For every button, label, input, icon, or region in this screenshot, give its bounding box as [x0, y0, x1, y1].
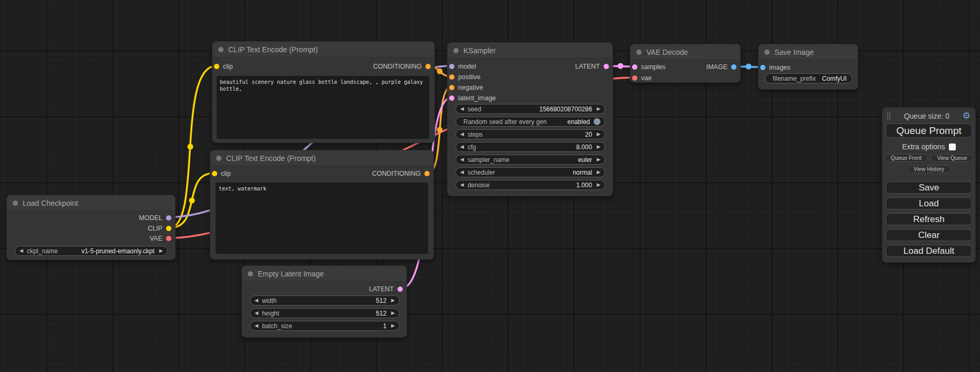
clear-button[interactable]: Clear [886, 229, 972, 241]
increment-arrow-icon[interactable]: ▶ [597, 170, 600, 175]
queue-size-label: Queue size: 0 [891, 112, 963, 120]
model-output-port[interactable] [166, 215, 171, 221]
decrement-arrow-icon[interactable]: ◀ [255, 323, 258, 328]
widget-label: height [262, 310, 279, 317]
increment-arrow-icon[interactable]: ▶ [391, 311, 395, 316]
collapse-dot-icon[interactable] [248, 271, 253, 276]
decrement-arrow-icon[interactable]: ◀ [20, 249, 23, 253]
increment-arrow-icon[interactable]: ▶ [597, 145, 600, 149]
clip-output-port[interactable] [166, 226, 171, 231]
widget-label: batch_size [262, 322, 292, 330]
node-save-image[interactable]: Save Image images filename_prefix ComfyU… [758, 44, 858, 90]
latent-input-port[interactable] [449, 96, 454, 101]
conditioning-input-port[interactable] [449, 85, 454, 90]
decrement-arrow-icon[interactable]: ◀ [255, 311, 258, 316]
queue-prompt-button[interactable]: Queue Prompt [886, 123, 972, 138]
decrement-arrow-icon[interactable]: ◀ [255, 298, 258, 303]
node-load-checkpoint[interactable]: Load Checkpoint MODEL CLIP VAE ◀ ckpt_na… [6, 195, 176, 260]
load-default-button[interactable]: Load Default [886, 245, 972, 257]
conditioning-input-port[interactable] [449, 74, 454, 80]
node-empty-latent-image[interactable]: Empty Latent Image LATENT ◀ width 512 ▶ … [241, 265, 407, 338]
batch-size-number-widget[interactable]: ◀ batch_size 1 ▶ [250, 321, 400, 331]
conditioning-output-port[interactable] [424, 171, 430, 176]
collapse-dot-icon[interactable] [764, 50, 770, 55]
decrement-arrow-icon[interactable]: ◀ [460, 107, 464, 111]
cfg-number-widget[interactable]: ◀ cfg 8.000 ▶ [455, 142, 605, 152]
collapse-dot-icon[interactable] [13, 201, 18, 206]
node-title-bar[interactable]: KSampler [448, 43, 613, 59]
output-slot-vae: VAE [150, 233, 175, 244]
node-clip-text-encode-negative[interactable]: CLIP Text Encode (Prompt) clip CONDITION… [210, 150, 434, 260]
decrement-arrow-icon[interactable]: ◀ [460, 145, 464, 149]
steps-number-widget[interactable]: ◀ steps 20 ▶ [455, 129, 605, 139]
node-title-bar[interactable]: VAE Decode [630, 44, 740, 60]
conditioning-output-port[interactable] [425, 64, 431, 69]
collapse-dot-icon[interactable] [216, 156, 221, 161]
decrement-arrow-icon[interactable]: ◀ [460, 170, 464, 175]
vae-output-port[interactable] [166, 236, 171, 241]
increment-arrow-icon[interactable]: ▶ [597, 132, 600, 137]
output-slot-clip: CLIP [148, 223, 175, 234]
view-history-button[interactable]: View History [907, 165, 950, 173]
load-button[interactable]: Load [886, 197, 972, 209]
extra-options-checkbox[interactable] [949, 144, 956, 150]
gear-icon[interactable]: ⚙ [963, 111, 971, 120]
node-title-bar[interactable]: Load Checkpoint [7, 195, 175, 211]
node-graph-canvas[interactable]: Load Checkpoint MODEL CLIP VAE ◀ ckpt_na… [0, 0, 980, 372]
link-midpoint-dot[interactable] [746, 64, 752, 70]
widget-label: cfg [468, 144, 476, 151]
model-input-port[interactable] [449, 64, 454, 69]
node-ksampler[interactable]: KSampler model positive negative latent_… [447, 42, 613, 196]
collapse-dot-icon[interactable] [453, 48, 459, 53]
view-queue-button[interactable]: View Queue [930, 154, 973, 162]
node-title-bar[interactable]: CLIP Text Encode (Prompt) [210, 150, 433, 166]
width-number-widget[interactable]: ◀ width 512 ▶ [250, 295, 400, 306]
link-midpoint-dot[interactable] [437, 127, 443, 133]
random-seed-toggle-widget[interactable]: Random seed after every gen enabled [455, 117, 605, 127]
clip-input-port[interactable] [214, 64, 219, 69]
latent-output-port[interactable] [604, 64, 609, 69]
link-midpoint-dot[interactable] [188, 144, 193, 150]
node-title-bar[interactable]: Save Image [759, 44, 858, 60]
increment-arrow-icon[interactable]: ▶ [159, 249, 163, 253]
clip-input-port[interactable] [212, 171, 217, 176]
image-output-port[interactable] [731, 64, 736, 70]
node-vae-decode[interactable]: VAE Decode samples vae IMAGE [630, 44, 741, 83]
link-midpoint-dot[interactable] [437, 69, 443, 74]
link-midpoint-dot[interactable] [618, 63, 624, 69]
positive-prompt-textarea[interactable]: beautiful scenery nature glass bottle la… [217, 76, 429, 139]
decrement-arrow-icon[interactable]: ◀ [460, 157, 464, 162]
increment-arrow-icon[interactable]: ▶ [597, 183, 600, 187]
denoise-number-widget[interactable]: ◀ denoise 1.000 ▶ [455, 180, 605, 190]
increment-arrow-icon[interactable]: ▶ [391, 298, 395, 303]
latent-output-port[interactable] [397, 287, 403, 292]
node-clip-text-encode-positive[interactable]: CLIP Text Encode (Prompt) clip CONDITION… [212, 41, 435, 143]
sampler-name-combo-widget[interactable]: ◀ sampler_name euler ▶ [455, 155, 605, 165]
node-title-bar[interactable]: Empty Latent Image [242, 266, 406, 282]
scheduler-combo-widget[interactable]: ◀ scheduler normal ▶ [455, 167, 605, 177]
refresh-button[interactable]: Refresh [886, 213, 972, 225]
queue-front-button[interactable]: Queue Front [885, 154, 928, 162]
filename-prefix-text-widget[interactable]: filename_prefix ComfyUI [765, 73, 852, 83]
height-number-widget[interactable]: ◀ height 512 ▶ [250, 308, 400, 318]
link-midpoint-dot[interactable] [189, 198, 195, 204]
decrement-arrow-icon[interactable]: ◀ [460, 132, 464, 137]
increment-arrow-icon[interactable]: ▶ [597, 157, 600, 162]
node-title: CLIP Text Encode (Prompt) [226, 154, 316, 163]
latent-input-port[interactable] [632, 64, 637, 70]
seed-number-widget[interactable]: ◀ seed 156680208700286 ▶ [455, 104, 605, 114]
negative-prompt-textarea[interactable]: text, watermark [216, 183, 428, 254]
save-button[interactable]: Save [886, 182, 972, 194]
ckpt-name-combo-widget[interactable]: ◀ ckpt_name v1-5-pruned-emaonly.ckpt ▶ [15, 246, 168, 256]
collapse-dot-icon[interactable] [218, 47, 224, 52]
drag-handle-icon[interactable] [887, 112, 891, 120]
node-title-bar[interactable]: CLIP Text Encode (Prompt) [212, 42, 434, 58]
widget-label: Random seed after every gen [463, 118, 547, 126]
toggle-knob-icon[interactable] [594, 118, 600, 125]
increment-arrow-icon[interactable]: ▶ [597, 107, 600, 111]
vae-input-port[interactable] [632, 75, 637, 81]
increment-arrow-icon[interactable]: ▶ [391, 323, 395, 328]
collapse-dot-icon[interactable] [636, 50, 642, 55]
image-input-port[interactable] [760, 65, 765, 70]
decrement-arrow-icon[interactable]: ◀ [460, 183, 464, 187]
